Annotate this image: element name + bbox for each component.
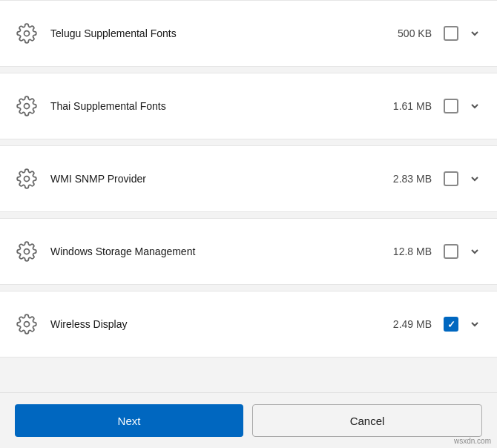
cancel-button[interactable]: Cancel <box>252 404 482 437</box>
feature-size-label: 1.61 MB <box>387 100 432 112</box>
feature-gear-icon <box>15 94 39 118</box>
feature-checkbox[interactable] <box>444 99 458 113</box>
feature-checkbox[interactable] <box>444 317 458 332</box>
feature-gear-icon <box>15 240 39 263</box>
feature-gear-icon <box>15 22 39 45</box>
feature-expand-icon[interactable] <box>467 26 482 41</box>
feature-name-label: Wireless Display <box>50 318 387 330</box>
feature-checkbox[interactable] <box>444 26 458 41</box>
feature-expand-icon[interactable] <box>467 244 482 259</box>
feature-gear-icon <box>15 167 39 191</box>
feature-checkbox[interactable] <box>444 171 458 186</box>
feature-name-label: Thai Supplemental Fonts <box>50 100 387 112</box>
features-list: Telugu Supplemental Fonts500 KB Thai Sup… <box>0 0 497 392</box>
feature-name-label: WMI SNMP Provider <box>50 173 387 185</box>
feature-item-windows-storage-management[interactable]: Windows Storage Management12.8 MB <box>0 218 497 285</box>
feature-item-wireless-display[interactable]: Wireless Display2.49 MB <box>0 291 497 358</box>
feature-gear-icon <box>15 312 39 336</box>
feature-expand-icon[interactable] <box>467 99 482 113</box>
feature-expand-icon[interactable] <box>467 317 482 332</box>
feature-size-label: 2.49 MB <box>387 318 432 330</box>
watermark: wsxdn.com <box>454 437 491 445</box>
feature-item-telugu-supplemental-fonts[interactable]: Telugu Supplemental Fonts500 KB <box>0 0 497 67</box>
footer-actions: Next Cancel <box>0 392 497 448</box>
feature-checkbox[interactable] <box>444 244 458 259</box>
feature-size-label: 2.83 MB <box>387 173 432 185</box>
feature-size-label: 500 KB <box>387 27 432 39</box>
feature-item-wmi-snmp-provider[interactable]: WMI SNMP Provider2.83 MB <box>0 145 497 212</box>
next-button[interactable]: Next <box>15 404 243 437</box>
feature-item-thai-supplemental-fonts[interactable]: Thai Supplemental Fonts1.61 MB <box>0 73 497 139</box>
feature-expand-icon[interactable] <box>467 171 482 186</box>
feature-size-label: 12.8 MB <box>387 246 432 257</box>
feature-name-label: Telugu Supplemental Fonts <box>50 27 387 39</box>
feature-name-label: Windows Storage Management <box>50 246 387 257</box>
